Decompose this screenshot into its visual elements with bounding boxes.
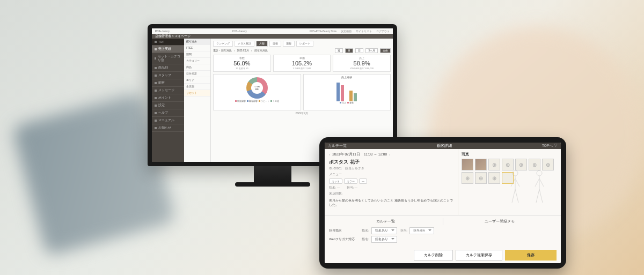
sidebar: TOP 売上実績 セット・カテゴリ別 商品別 スタッフ 顧客 メッセージ ポイン… bbox=[152, 39, 184, 162]
filter-reset[interactable]: リセット bbox=[184, 90, 210, 96]
lower-tab[interactable]: ユーザー登録メモ bbox=[443, 218, 557, 225]
report-tabs: ランキング クロス集計 月報 日報 週報 レポート bbox=[213, 41, 391, 47]
sidebar-item[interactable]: スタッフ bbox=[152, 72, 184, 79]
filter-panel: 絞り込み FREE 期間 カテゴリー 商品 日付指定 エリア 全店舗 リセット bbox=[184, 39, 211, 162]
menu-tag[interactable]: カラー bbox=[344, 179, 357, 184]
photo-section-header: 写真 bbox=[462, 152, 558, 157]
top-center: POS+ beauty bbox=[232, 30, 247, 33]
kpi-card: 売上 58.9% ¥350,000 前年 ¥590,000 bbox=[333, 55, 391, 72]
svg-point-0 bbox=[513, 170, 518, 176]
filter-row[interactable]: 全店舗 bbox=[184, 84, 210, 90]
save-button[interactable]: 保存 bbox=[505, 250, 557, 261]
top-link[interactable]: ログアウト bbox=[376, 30, 390, 33]
select-field[interactable]: 指名あり bbox=[371, 236, 397, 243]
assignment-row: 担当指名 指名:指名あり 担当:担当者A bbox=[329, 227, 557, 234]
filter-header: 絞り込み bbox=[184, 39, 210, 45]
sidebar-item[interactable]: ポイント bbox=[152, 94, 184, 102]
tab[interactable]: レポート bbox=[296, 41, 313, 47]
bar-chart: 売上推移 売上 客数 bbox=[303, 74, 391, 110]
delete-button[interactable]: カルテ削除 bbox=[414, 250, 453, 261]
sidebar-item[interactable]: 商品別 bbox=[152, 64, 184, 72]
top-link[interactable]: POS+POS+Beauty Store bbox=[310, 30, 336, 33]
range-btn[interactable]: 全体 bbox=[380, 48, 391, 53]
prev-icon[interactable]: ‹ bbox=[329, 153, 330, 157]
page-title: 顧客詳細 bbox=[437, 143, 452, 148]
sidebar-item[interactable]: ヘルプ bbox=[152, 109, 184, 117]
top-link[interactable]: サイトリスト bbox=[356, 30, 372, 33]
sidebar-item[interactable]: マニュアル bbox=[152, 117, 184, 124]
customer-name: ポスタス 花子 bbox=[329, 159, 453, 166]
photo-add[interactable]: ⊕ bbox=[475, 172, 487, 184]
brand-logo: POS+ beauty bbox=[155, 30, 170, 33]
svg-point-1 bbox=[537, 170, 542, 176]
filter-row[interactable]: 期間 bbox=[184, 51, 210, 58]
body-diagram-icon bbox=[502, 168, 555, 215]
next-icon[interactable]: › bbox=[389, 153, 390, 157]
current-period: 2023年2月 bbox=[237, 49, 250, 52]
tablet-topbar: カルテ一覧 顧客詳細 TOPへ ▽ bbox=[325, 143, 561, 149]
customer-note: 先月から髪の色を明るくしてみたいとのこと 施術後もう少し明るめでもOKとのことで… bbox=[329, 199, 453, 207]
select-field[interactable]: 担当者A bbox=[409, 227, 434, 234]
sidebar-item[interactable]: セット・カテゴリ別 bbox=[152, 53, 184, 64]
menu-tag[interactable]: カット bbox=[329, 179, 342, 184]
date-range: ‹ 2023年 02月11日 11:03 ～ 12:00 › bbox=[329, 152, 453, 157]
back-link[interactable]: カルテ一覧 bbox=[328, 144, 347, 148]
tab[interactable]: 月報 bbox=[256, 41, 268, 47]
monitor-topbar: POS+ beauty POS+ beauty POS+POS+Beauty S… bbox=[152, 28, 393, 34]
range-btn[interactable]: 月 bbox=[345, 48, 353, 53]
filter-row[interactable]: カテゴリー bbox=[184, 58, 210, 64]
range-btn[interactable]: 3ヶ月 bbox=[365, 48, 378, 53]
filter-row[interactable]: エリア bbox=[184, 77, 210, 84]
kpi-card: 単価 105.2% ¥ 2,003 前年 2,040 bbox=[273, 55, 331, 72]
kpi-card: 客数 56.0% 15 名前年 50 bbox=[213, 55, 271, 72]
top-menu[interactable]: TOPへ ▽ bbox=[542, 144, 558, 148]
donut-chart: TOTAL281 新規顧客 既存顧客 リピート その他 bbox=[213, 74, 301, 110]
photo-thumb[interactable] bbox=[462, 159, 473, 170]
sidebar-item[interactable]: 顧客 bbox=[152, 79, 184, 87]
breadcrumb: 店舗管理者 > マイページ bbox=[152, 34, 393, 39]
photo-add[interactable]: ⊕ bbox=[488, 159, 500, 170]
kpi-value: 56.0% bbox=[215, 60, 269, 66]
sidebar-item[interactable]: メッセージ bbox=[152, 87, 184, 94]
range-btn[interactable]: 週 bbox=[335, 48, 343, 53]
assignment-row: Webフリガナ対応 指名:指名あり bbox=[329, 236, 557, 243]
menu-tag[interactable]: — bbox=[359, 179, 367, 184]
photo-add[interactable]: ⊕ bbox=[488, 172, 500, 184]
lower-tab[interactable]: カルテ一覧 bbox=[329, 218, 443, 225]
kpi-value: 105.2% bbox=[275, 60, 329, 66]
sidebar-item[interactable]: 売上実績 bbox=[152, 46, 184, 53]
tab[interactable]: クロス集計 bbox=[235, 41, 254, 47]
kpi-value: 58.9% bbox=[335, 60, 389, 66]
filter-row[interactable]: FREE bbox=[184, 45, 210, 51]
sidebar-item[interactable]: 設定 bbox=[152, 102, 184, 109]
photo-thumb[interactable] bbox=[475, 159, 487, 170]
top-link[interactable]: 設定画面 bbox=[341, 30, 352, 33]
select-field[interactable]: 指名あり bbox=[371, 227, 397, 234]
sidebar-item[interactable]: お知らせ bbox=[152, 124, 184, 132]
photo-add[interactable]: ⊕ bbox=[462, 172, 473, 184]
date-controls: 累計・前年対比 ‹ 2023年2月 › 前年同月比 週 月 日 3ヶ月 全体 bbox=[213, 48, 391, 53]
filter-row[interactable]: 日付指定 bbox=[184, 71, 210, 77]
tab[interactable]: 週報 bbox=[283, 41, 295, 47]
next-icon[interactable]: › bbox=[251, 49, 252, 52]
tablet-device: カルテ一覧 顧客詳細 TOPへ ▽ ‹ 2023年 02月11日 11:03 ～… bbox=[319, 137, 566, 269]
footer-date: 2023年 2月 bbox=[213, 112, 391, 115]
range-btn[interactable]: 日 bbox=[355, 48, 363, 53]
copy-button[interactable]: カルテ複製保存 bbox=[456, 250, 502, 261]
prev-icon[interactable]: ‹ bbox=[234, 49, 235, 52]
sidebar-item[interactable]: TOP bbox=[152, 39, 184, 46]
tab[interactable]: ランキング bbox=[213, 41, 233, 47]
filter-row[interactable]: 商品 bbox=[184, 64, 210, 71]
tab[interactable]: 日報 bbox=[269, 41, 281, 47]
